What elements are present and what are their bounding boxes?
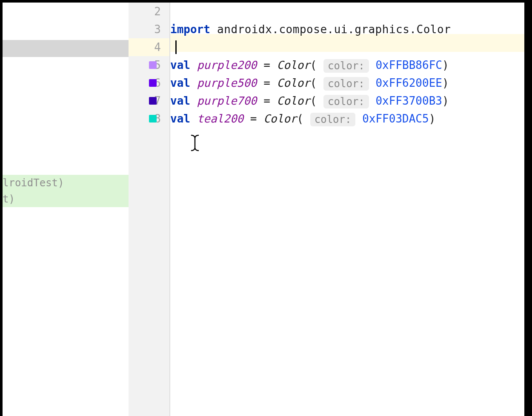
side-panel: lroidTest) t) [0, 3, 129, 416]
line-number: 3 [147, 20, 161, 38]
text-caret [175, 40, 177, 54]
gutter-line[interactable]: 2 [129, 3, 169, 20]
side-panel-text-2: t) [3, 191, 129, 207]
variable-name: teal200 [197, 112, 244, 125]
paren-open: ( [310, 94, 317, 107]
equals: = [263, 59, 270, 71]
keyword-val: val [170, 77, 190, 89]
hex-value: 0xFF6200EE [375, 77, 442, 89]
color-swatch-icon[interactable] [149, 97, 157, 105]
color-swatch-icon[interactable] [149, 79, 157, 87]
param-hint: color: [323, 95, 369, 108]
import-path: androidx.compose.ui.graphics.Color [210, 23, 451, 36]
editor-gutter: 2 3 4 5 6 7 8 [129, 3, 170, 416]
variable-name: purple200 [197, 59, 257, 71]
param-hint: color: [323, 77, 369, 91]
equals: = [263, 94, 270, 107]
paren-open: ( [297, 112, 303, 125]
paren-close: ) [442, 77, 449, 89]
paren-close: ) [429, 112, 436, 125]
paren-close: ) [442, 94, 449, 107]
color-call: Color [277, 59, 310, 71]
code-line-7[interactable]: val purple700 = Color( color: 0xFF3700B3… [170, 92, 532, 110]
gutter-line[interactable]: 4 [129, 38, 169, 56]
hex-value: 0xFFBB86FC [375, 59, 442, 71]
color-swatch-icon[interactable] [149, 115, 157, 123]
side-panel-test-block[interactable]: lroidTest) t) [3, 175, 129, 207]
gutter-line[interactable]: 7 [129, 92, 169, 110]
side-panel-text-1: lroidTest) [3, 175, 129, 191]
variable-name: purple700 [197, 94, 257, 107]
variable-name: purple500 [197, 77, 257, 89]
paren-open: ( [310, 77, 317, 89]
color-swatch-icon[interactable] [149, 61, 157, 69]
keyword-val: val [170, 112, 190, 125]
code-line-2[interactable] [170, 3, 532, 20]
line-number: 4 [147, 38, 161, 56]
equals: = [250, 112, 257, 125]
code-editor[interactable]: import androidx.compose.ui.graphics.Colo… [170, 3, 532, 416]
code-line-5[interactable]: val purple200 = Color( color: 0xFFBB86FC… [170, 56, 532, 74]
keyword-val: val [170, 59, 190, 71]
code-line-4[interactable] [170, 38, 532, 56]
hex-value: 0xFF03DAC5 [362, 112, 429, 125]
code-line-8[interactable]: val teal200 = Color( color: 0xFF03DAC5) [170, 110, 532, 128]
keyword-import: import [170, 23, 210, 36]
color-call: Color [277, 94, 310, 107]
paren-open: ( [310, 59, 317, 71]
gutter-line[interactable]: 6 [129, 74, 169, 92]
gutter-line[interactable]: 3 [129, 20, 169, 38]
color-call: Color [277, 77, 310, 89]
color-call: Color [263, 112, 297, 125]
param-hint: color: [323, 59, 369, 73]
side-panel-selection[interactable] [3, 40, 129, 57]
code-line-6[interactable]: val purple500 = Color( color: 0xFF6200EE… [170, 74, 532, 92]
line-number: 2 [147, 3, 161, 20]
hex-value: 0xFF3700B3 [375, 94, 442, 107]
paren-close: ) [442, 59, 449, 71]
gutter-line[interactable]: 8 [129, 110, 169, 128]
text-cursor-icon [191, 134, 199, 155]
equals: = [263, 77, 270, 89]
gutter-line[interactable]: 5 [129, 56, 169, 74]
keyword-val: val [170, 94, 190, 107]
code-line-3[interactable]: import androidx.compose.ui.graphics.Colo… [170, 20, 532, 38]
param-hint: color: [310, 113, 356, 126]
